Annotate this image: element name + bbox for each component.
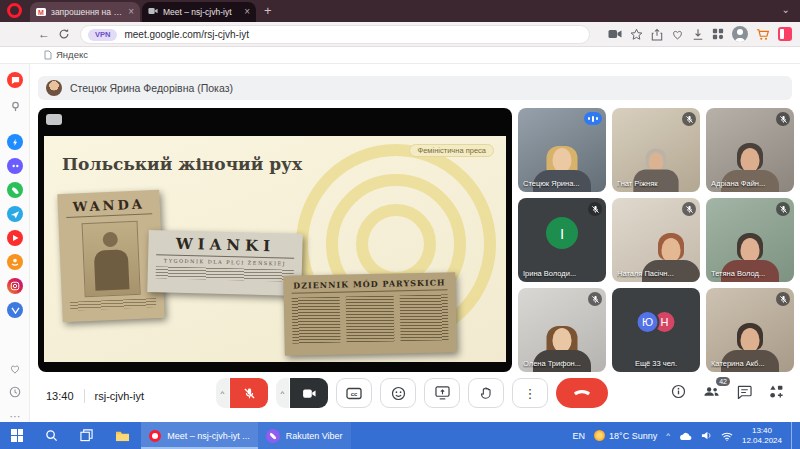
participant-video [622, 121, 691, 187]
video-tile[interactable]: Адріана Файн... [706, 108, 794, 192]
profile-avatar[interactable] [732, 26, 748, 42]
reactions-button[interactable] [380, 378, 416, 408]
newspaper-masthead: WIANKI [156, 234, 294, 256]
participant-initial-avatar: І [546, 217, 578, 249]
more-options-button[interactable]: ⋮ [512, 378, 548, 408]
bookmark-yandex[interactable]: Яндекс [44, 49, 88, 60]
heart-icon[interactable] [671, 28, 684, 40]
raise-hand-button[interactable] [468, 378, 504, 408]
vk-icon[interactable] [7, 302, 23, 318]
video-tile[interactable]: Стецюк Ярина... [518, 108, 606, 192]
language-indicator[interactable]: EN [573, 431, 586, 441]
hidden-icons-chevron[interactable]: ^ [666, 431, 670, 440]
tab-meet[interactable]: Meet – nsj-cjvh-iyt × [142, 2, 256, 22]
tab-search-chevron-icon[interactable]: ⌄ [782, 4, 790, 15]
ok-icon[interactable] [7, 254, 23, 270]
file-explorer-button[interactable] [104, 422, 141, 449]
slide-badge: Феміністична преса [409, 144, 494, 157]
volume-icon[interactable] [701, 427, 712, 445]
pinboards-icon[interactable] [7, 98, 23, 114]
video-tile[interactable]: Тетяна Волод... [706, 198, 794, 282]
captions-button[interactable]: cc [336, 378, 372, 408]
vpn-badge[interactable]: VPN [88, 29, 117, 41]
system-tray: EN 18°C Sunny ^ 13:40 12.04.2024 [573, 422, 800, 449]
presenter-banner: Стецюк Ярина Федорівна (Показ) [38, 76, 792, 100]
newspaper-wianki: WIANKI TYGODNIK DLA PŁCI ŻEŃSKIEJ [147, 230, 303, 296]
bookmark-label: Яндекс [56, 49, 88, 60]
chat-icon[interactable] [7, 72, 23, 88]
meeting-details-button[interactable] [671, 384, 686, 399]
mic-button-muted[interactable] [230, 378, 268, 408]
taskbar-app-opera-meet[interactable]: Meet – nsj-cjvh-iyt ... [141, 422, 258, 449]
taskbar-clock[interactable]: 13:40 12.04.2024 [742, 426, 782, 445]
back-button[interactable]: ← [38, 27, 50, 41]
video-tile[interactable]: Олена Трифон... [518, 288, 606, 372]
camera-button[interactable] [290, 378, 328, 408]
favorites-heart-icon[interactable] [7, 360, 23, 376]
task-view-button[interactable] [69, 422, 104, 449]
meet-controls: ^ ^ cc ⋮ [216, 378, 608, 408]
share-icon[interactable] [651, 28, 663, 41]
youtube-icon[interactable] [7, 230, 23, 246]
present-button[interactable] [424, 378, 460, 408]
app-title: Meet – nsj-cjvh-iyt ... [167, 431, 250, 441]
meet-camera-favicon [148, 7, 158, 17]
mic-off-icon [776, 112, 790, 126]
reload-button[interactable] [58, 28, 70, 43]
presenter-name: Стецюк Ярина Федорівна (Показ) [70, 82, 233, 94]
pin-chip[interactable] [46, 114, 62, 125]
telegram-icon[interactable] [7, 206, 23, 222]
people-button[interactable]: 42 [703, 385, 720, 398]
whatsapp-icon[interactable] [7, 182, 23, 198]
instagram-icon[interactable] [7, 278, 23, 294]
video-tile[interactable]: Наталя Пасічн... [612, 198, 700, 282]
taskbar-app-viber[interactable]: Rakuten Viber [258, 422, 351, 449]
video-tile[interactable]: Катерина Акб... [706, 288, 794, 372]
participant-name: Тетяна Волод... [711, 269, 776, 278]
smiley-icon [391, 386, 406, 401]
mic-off-icon [588, 292, 602, 306]
messenger-icon[interactable] [7, 134, 23, 150]
close-tab-icon[interactable]: × [244, 7, 250, 17]
history-icon[interactable] [7, 384, 23, 400]
start-button[interactable] [0, 422, 34, 449]
show-desktop-button[interactable] [791, 422, 796, 449]
weather-widget[interactable]: 18°C Sunny [594, 430, 657, 441]
camera-icon [302, 388, 317, 399]
shopping-cart-icon[interactable] [756, 28, 770, 41]
stacked-avatars: Ю Н [636, 310, 677, 334]
folder-icon [115, 430, 130, 442]
tab-title: Meet – nsj-cjvh-iyt [163, 7, 239, 17]
extensions-icon[interactable] [712, 28, 724, 40]
newspaper-masthead: DZIENNIK MÓD PARYSKICH [291, 277, 447, 293]
presentation-stage[interactable]: Феміністична преса Польський жіночий рух… [38, 108, 512, 372]
tab-gmail[interactable]: M запрошення на наукову × [30, 2, 140, 22]
discord-icon[interactable] [7, 158, 23, 174]
video-tile[interactable]: Гнат Ріжняк [612, 108, 700, 192]
windows-taskbar: Meet – nsj-cjvh-iyt ... Rakuten Viber EN… [0, 422, 800, 449]
participant-name: Адріана Файн... [711, 179, 776, 188]
close-tab-icon[interactable]: × [128, 7, 134, 17]
mic-off-icon [243, 387, 256, 400]
url-field[interactable]: VPN meet.google.com/rsj-cjvh-iyt [80, 25, 590, 44]
bookmark-star-icon[interactable] [630, 28, 643, 41]
camera-usage-icon[interactable] [608, 29, 622, 39]
chat-button[interactable] [737, 385, 752, 399]
participant-count-badge: 42 [716, 377, 730, 386]
download-icon[interactable] [692, 28, 704, 41]
viber-icon [266, 429, 280, 443]
opera-menu-button[interactable] [7, 3, 22, 18]
task-view-icon [80, 429, 93, 442]
new-tab-button[interactable]: + [264, 3, 272, 18]
newspaper-masthead: WANDA [66, 196, 153, 218]
more-participants-tile[interactable]: Ю Н Ещё 33 чел. [612, 288, 700, 372]
camera-options-chevron[interactable]: ^ [276, 378, 289, 408]
video-tile[interactable]: І Ірина Володи... [518, 198, 606, 282]
end-call-button[interactable] [556, 378, 608, 408]
onedrive-cloud-icon[interactable] [679, 427, 692, 445]
taskbar-search-button[interactable] [34, 422, 69, 449]
mic-options-chevron[interactable]: ^ [216, 378, 229, 408]
sidebar-panel-icon[interactable] [778, 27, 792, 41]
activities-button[interactable] [769, 384, 784, 399]
network-icon[interactable] [721, 427, 733, 445]
